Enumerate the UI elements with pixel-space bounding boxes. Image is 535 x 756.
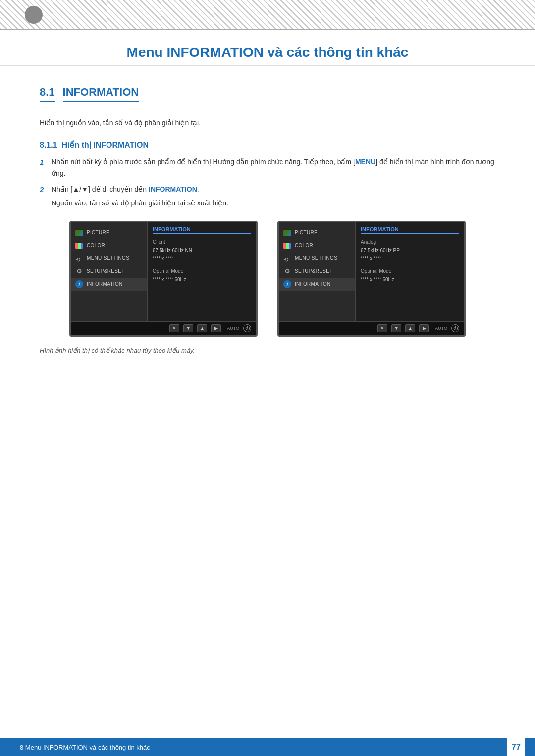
step-2: 2 Nhấn [▲/▼] để di chuyển đến INFORMATIO… [40,184,495,208]
info-analog-2: Analog [361,238,459,246]
osd-info-panel-1: INFORMATION Client 67.5kHz 60Hz NN **** … [148,222,256,321]
osd-menu-item-menusettings-1: MENU SETTINGS [71,252,147,265]
osd-toolbar-2: ✕ ▼ ▲ ▶ AUTO ⏻ [279,321,464,335]
toolbar-btn-x-2: ✕ [377,324,387,332]
osd-info-content-1: Client 67.5kHz 60Hz NN **** x **** Optim… [153,238,251,284]
osd-menu-1: PICTURE COLOR MENU SETTINGS ⚙ SETUP&RESE… [71,222,148,321]
footer-text: 8 Menu INFORMATION và các thông tin khác [20,744,150,751]
osd-menu-item-menusettings-2: MENU SETTINGS [279,252,355,265]
info-label-1: INFORMATION [87,281,123,287]
screenshots-container: PICTURE COLOR MENU SETTINGS ⚙ SETUP&RESE… [40,221,495,337]
color-icon-1 [75,242,84,249]
osd-menu-item-setup-2: ⚙ SETUP&RESET [279,265,355,278]
toolbar-power-2: ⏻ [451,324,459,332]
osd-menu-2: PICTURE COLOR MENU SETTINGS ⚙ SETUP&RESE… [279,222,356,321]
toolbar-btn-up-1: ▲ [197,324,207,332]
picture-icon-1 [75,229,84,236]
step-2-sub: Nguồn vào, tần số và độ phân giải hiện t… [52,198,228,208]
subsection-heading: 8.1.1 Hiển thị INFORMATION [40,141,149,149]
info-optimal-label-1: Optimal Mode [153,267,251,275]
toolbar-auto-2: AUTO [435,326,447,331]
header-circle [25,6,43,24]
osd-info-title-1: INFORMATION [153,226,251,234]
caption: Hình ảnh hiển thị có thể khác nhau tùy t… [40,347,495,354]
osd-menu-item-picture-1: PICTURE [71,226,147,239]
info-icon-2: i [283,281,292,288]
info-freq-2: 67.5kHz 60Hz PP [361,246,459,254]
toolbar-btn-right-2: ▶ [419,324,429,332]
setup-icon-1: ⚙ [75,268,84,275]
step-text-1: Nhấn nút bất kỳ ở phía trước sản phẩm để… [52,156,495,179]
section-number: 8.1 [40,86,55,102]
osd-menu-item-info-1: i INFORMATION [71,278,147,291]
main-content: 8.1 INFORMATION Hiển thị nguồn vào, tần … [0,66,535,384]
info-freq-1: 67.5kHz 60Hz NN [153,246,251,254]
page-title-bar: Menu INFORMATION và các thông tin khác [0,30,535,66]
osd-screenshot-1: PICTURE COLOR MENU SETTINGS ⚙ SETUP&RESE… [69,221,258,337]
osd-info-content-2: Analog 67.5kHz 60Hz PP **** x **** Optim… [361,238,459,284]
toolbar-auto-1: AUTO [227,326,239,331]
info-res-2: **** x **** [361,254,459,263]
footer-page-number: 77 [507,738,525,756]
osd-info-title-2: INFORMATION [361,226,459,234]
steps-list: 1 Nhấn nút bất kỳ ở phía trước sản phẩm … [40,156,495,208]
setup-label-2: SETUP&RESET [295,268,333,274]
info-client-1: Client [153,238,251,246]
osd-screenshot-2: PICTURE COLOR MENU SETTINGS ⚙ SETUP&RESE… [277,221,466,337]
info-optimal-val-2: **** x **** 60Hz [361,275,459,284]
menusettings-label-2: MENU SETTINGS [295,255,337,261]
osd-inner-2: PICTURE COLOR MENU SETTINGS ⚙ SETUP&RESE… [279,222,464,321]
color-label-2: COLOR [295,243,313,248]
step-text-2: Nhấn [▲/▼] để di chuyển đến INFORMATION. [52,184,199,195]
toolbar-btn-down-1: ▼ [183,324,193,332]
color-label-1: COLOR [87,243,105,248]
toolbar-btn-down-2: ▼ [391,324,401,332]
osd-toolbar-1: ✕ ▼ ▲ ▶ AUTO ⏻ [71,321,256,335]
color-icon-2 [283,242,292,249]
osd-menu-item-color-2: COLOR [279,239,355,252]
step-num-2: 2 [40,184,52,196]
step-num-1: 1 [40,156,52,168]
picture-label-1: PICTURE [87,230,109,235]
osd-menu-item-setup-1: ⚙ SETUP&RESET [71,265,147,278]
setup-label-1: SETUP&RESET [87,268,125,274]
picture-icon-2 [283,229,292,236]
info-res-1: **** x **** [153,254,251,263]
top-header [0,0,535,30]
menusettings-label-1: MENU SETTINGS [87,255,129,261]
osd-inner-1: PICTURE COLOR MENU SETTINGS ⚙ SETUP&RESE… [71,222,256,321]
info-label-2: INFORMATION [295,281,331,287]
setup-icon-2: ⚙ [283,268,292,275]
toolbar-btn-right-1: ▶ [211,324,221,332]
osd-menu-item-info-2: i INFORMATION [279,278,355,291]
osd-menu-item-picture-2: PICTURE [279,226,355,239]
osd-info-panel-2: INFORMATION Analog 67.5kHz 60Hz PP **** … [356,222,464,321]
picture-label-2: PICTURE [295,230,318,235]
page-footer: 8 Menu INFORMATION và các thông tin khác… [0,738,535,756]
step-1: 1 Nhấn nút bất kỳ ở phía trước sản phẩm … [40,156,495,179]
info-optimal-val-1: **** x **** 60Hz [153,275,251,284]
menusettings-icon-1 [75,255,84,262]
section-description: Hiển thị nguồn vào, tần số và độ phân gi… [40,117,495,128]
toolbar-power-1: ⏻ [243,324,251,332]
toolbar-btn-up-2: ▲ [405,324,415,332]
info-optimal-label-2: Optimal Mode [361,267,459,275]
menusettings-icon-2 [283,255,292,262]
info-icon-1: i [75,281,84,288]
section-title: INFORMATION [63,86,139,102]
page-title: Menu INFORMATION và các thông tin khác [30,45,505,60]
osd-menu-item-color-1: COLOR [71,239,147,252]
toolbar-btn-x-1: ✕ [169,324,179,332]
